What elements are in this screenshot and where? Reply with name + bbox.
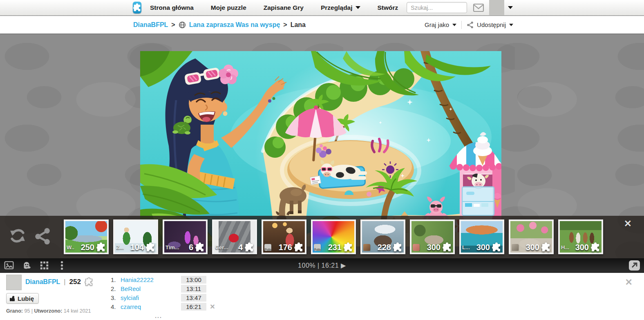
thumbnail-title xyxy=(413,244,425,251)
rank: 1. xyxy=(111,276,121,283)
puzzle-thumbnail[interactable]: Z... 104 xyxy=(113,219,158,254)
piece-count: 228 xyxy=(378,243,391,252)
refresh-icon[interactable] xyxy=(9,227,26,244)
owner-name-link[interactable]: DianaBFPL xyxy=(25,278,60,286)
nav-create[interactable]: Stwórz xyxy=(369,4,407,11)
piece-count: 250 xyxy=(81,243,94,252)
best-time: 13:00 xyxy=(181,276,206,284)
content-area: W.. 250 Z... 104 Tim... 6 xyxy=(0,34,644,320)
puzzle-thumbnail[interactable]: W.. 250 xyxy=(64,219,109,254)
nav-my-puzzles[interactable]: Moje puzzle xyxy=(202,4,255,11)
thumbnail-title xyxy=(314,244,326,251)
created-value: 14 kwi 2021 xyxy=(64,308,91,314)
player-link[interactable]: czarreq xyxy=(121,303,181,310)
divider xyxy=(461,21,462,29)
uploader-avatar xyxy=(512,244,519,251)
remove-time-icon[interactable]: ✕ xyxy=(206,303,219,311)
best-time: 16:21 xyxy=(181,303,206,311)
nav-saved-games[interactable]: Zapisane Gry xyxy=(255,4,312,11)
breadcrumb-separator: > xyxy=(283,21,287,29)
puzzle-thumbnail[interactable]: Ger... 4 xyxy=(212,219,257,254)
play-as-label: Graj jako xyxy=(425,21,449,28)
nav-browse[interactable]: Przeglądaj xyxy=(312,4,369,11)
like-button[interactable]: Lubię xyxy=(6,293,39,304)
ghost-mode-icon[interactable] xyxy=(21,260,32,271)
chevron-down-icon xyxy=(356,6,360,9)
search-input[interactable] xyxy=(407,2,467,13)
rank: 3. xyxy=(111,294,121,301)
share-icon xyxy=(467,21,474,28)
thumbnail-row: W.. 250 Z... 104 Tim... 6 xyxy=(64,219,603,254)
mail-icon[interactable] xyxy=(473,3,484,12)
top-navbar: Strona główna Moje puzzle Zapisane Gry P… xyxy=(0,0,644,16)
puzzle-piece-icon xyxy=(85,277,93,286)
best-time: 13:47 xyxy=(181,294,206,302)
puzzle-thumbnail[interactable]: Tim... 6 xyxy=(163,219,208,254)
play-as-button[interactable]: Graj jako xyxy=(425,21,456,28)
piece-count: 300 xyxy=(526,243,539,252)
puzzle-piece-icon xyxy=(294,242,304,252)
nav-browse-label: Przeglądaj xyxy=(321,4,353,11)
thumbnail-title: Tim... xyxy=(165,244,187,251)
puzzle-thumbnail[interactable]: 228 xyxy=(360,219,405,254)
site-logo-puzzle-icon[interactable] xyxy=(133,2,141,13)
divider: | xyxy=(31,308,33,314)
puzzle-piece-icon xyxy=(541,242,551,252)
owner-avatar[interactable] xyxy=(6,275,22,290)
chevron-down-icon xyxy=(452,24,456,26)
preview-image-icon[interactable] xyxy=(3,260,15,271)
created-label: Utworzono: xyxy=(34,308,63,314)
globe-icon xyxy=(179,21,186,29)
user-avatar[interactable] xyxy=(489,0,504,16)
piece-count: 300 xyxy=(476,243,490,252)
puzzle-set-strip: W.. 250 Z... 104 Tim... 6 xyxy=(0,216,644,258)
more-options-kebab-icon[interactable] xyxy=(56,260,67,271)
edges-only-grid-icon[interactable] xyxy=(38,260,50,271)
leaderboard: 1. Hania22222 13:00 2. BeReol 13:11 3. s… xyxy=(111,275,219,311)
fullscreen-icon[interactable] xyxy=(628,260,640,273)
puzzle-thumbnail[interactable]: H... 300 xyxy=(558,219,603,254)
puzzle-thumbnail[interactable]: 231 xyxy=(311,219,356,254)
thumbnail-title: H... xyxy=(561,244,574,251)
leaderboard-row: 1. Hania22222 13:00 xyxy=(111,275,219,284)
nav-home[interactable]: Strona główna xyxy=(141,4,202,11)
thumbnail-title: L... xyxy=(462,244,475,251)
puzzle-thumbnail[interactable]: 300 xyxy=(509,219,554,254)
puzzle-thumbnail[interactable]: 176 xyxy=(262,219,306,254)
chevron-down-icon xyxy=(509,24,513,26)
played-label: Grano: xyxy=(6,308,23,314)
close-strip-icon[interactable]: ✕ xyxy=(624,219,632,228)
share-icon[interactable] xyxy=(34,227,51,244)
breadcrumb: DianaBFPL > Lana zaprasza Was na wyspę >… xyxy=(130,21,306,29)
close-panel-icon[interactable]: ✕ xyxy=(625,278,633,287)
like-label: Lubię xyxy=(18,295,34,302)
puzzle-piece-icon xyxy=(492,242,501,252)
rank: 2. xyxy=(111,285,121,292)
thumbnail-title: W.. xyxy=(67,244,79,251)
magazine xyxy=(310,176,321,185)
breadcrumb-puzzle-set-link[interactable]: Lana zaprasza Was na wyspę xyxy=(189,21,280,29)
thumbnail-title xyxy=(264,244,277,251)
breadcrumb-current: Lana xyxy=(291,21,306,29)
puzzle-info-panel: DianaBFPL | 252 Lubię Grano: 95 | Utworz… xyxy=(0,273,644,320)
puzzle-thumbnail[interactable]: 300 xyxy=(410,219,455,254)
share-button[interactable]: Udostępnij xyxy=(467,21,513,28)
puzzle-thumbnail[interactable]: L... 300 xyxy=(459,219,504,254)
puzzle-stats: Grano: 95 | Utworzono: 14 kwi 2021 xyxy=(6,308,91,314)
thumbs-up-icon xyxy=(10,296,15,301)
played-value: 95 xyxy=(24,308,30,314)
player-link[interactable]: BeReol xyxy=(121,285,181,292)
breadcrumb-bar: DianaBFPL > Lana zaprasza Was na wyspę >… xyxy=(0,16,644,34)
breadcrumb-user-link[interactable]: DianaBFPL xyxy=(133,21,168,29)
piece-count: 4 xyxy=(238,243,243,252)
puzzle-piece-icon xyxy=(145,242,155,252)
piece-count: 231 xyxy=(328,243,342,252)
account-menu-chevron-icon[interactable] xyxy=(508,6,513,9)
show-more-ellipsis[interactable]: ... xyxy=(111,313,206,319)
player-link[interactable]: sylciafi xyxy=(121,294,181,301)
piece-count: 104 xyxy=(130,243,144,252)
player-link[interactable]: Hania22222 xyxy=(121,276,181,283)
zoom-and-timer-status: 100% | 16:21 ▶ xyxy=(0,262,644,269)
piece-count: 300 xyxy=(575,243,589,252)
piece-count: 6 xyxy=(189,243,193,252)
